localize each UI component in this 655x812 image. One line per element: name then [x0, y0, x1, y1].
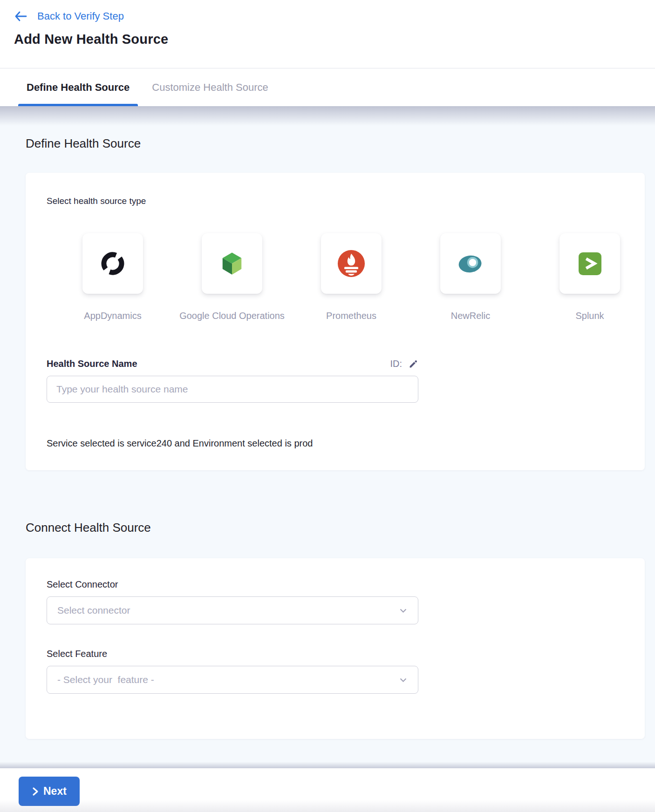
define-panel: Select health source type [26, 173, 645, 470]
source-card-prometheus[interactable] [321, 233, 382, 294]
splunk-icon [579, 252, 601, 275]
wizard-content: Define Health Source Select health sourc… [0, 106, 655, 768]
appdynamics-icon [99, 250, 126, 277]
prometheus-icon [337, 249, 366, 278]
select-type-label: Select health source type [47, 196, 624, 206]
feature-dropdown[interactable]: - Select your feature - [47, 666, 418, 694]
back-link-label[interactable]: Back to Verify Step [37, 10, 124, 22]
health-source-name-row: Health Source Name ID: [47, 359, 418, 369]
page-title: Add New Health Source [14, 32, 655, 47]
tab-bar: Define Health Source Customize Health So… [0, 68, 655, 106]
page-header: Back to Verify Step Add New Health Sourc… [0, 0, 655, 68]
health-source-name-input[interactable] [47, 376, 418, 403]
source-label-prometheus: Prometheus [326, 311, 376, 321]
select-feature-label: Select Feature [47, 649, 624, 659]
service-environment-note: Service selected is service240 and Envir… [47, 438, 624, 449]
source-label-newrelic: NewRelic [451, 311, 490, 321]
source-card-appdynamics[interactable] [82, 233, 143, 294]
id-label: ID: [390, 359, 402, 369]
connect-section-heading: Connect Health Source [26, 521, 655, 535]
health-source-type-labels: AppDynamics Google Cloud Operations Prom… [82, 311, 624, 321]
chevron-down-icon [399, 676, 408, 684]
health-source-name-label: Health Source Name [47, 359, 137, 369]
google-cloud-operations-icon [219, 251, 245, 276]
add-health-source-page: Back to Verify Step Add New Health Sourc… [0, 0, 655, 812]
back-arrow-icon[interactable] [14, 11, 27, 22]
id-group: ID: [390, 359, 418, 369]
define-section-heading: Define Health Source [26, 106, 655, 151]
source-label-splunk: Splunk [575, 311, 604, 321]
source-label-google-cloud-operations: Google Cloud Operations [179, 311, 285, 321]
source-label-appdynamics: AppDynamics [84, 311, 141, 321]
next-button[interactable]: Next [19, 777, 80, 806]
feature-dropdown-placeholder: - Select your feature - [57, 674, 154, 685]
newrelic-icon [457, 252, 484, 275]
connector-dropdown-placeholder: Select connector [57, 605, 130, 616]
chevron-down-icon [399, 606, 408, 615]
source-card-splunk[interactable] [559, 233, 620, 294]
back-to-verify-link[interactable]: Back to Verify Step [14, 10, 124, 22]
source-card-google-cloud-operations[interactable] [202, 233, 262, 294]
chevron-right-icon [32, 787, 39, 796]
next-button-label: Next [43, 785, 67, 798]
tab-customize-health-source[interactable]: Customize Health Source [143, 68, 276, 106]
wizard-footer: Next [0, 768, 655, 812]
select-connector-label: Select Connector [47, 579, 624, 590]
connect-panel: Select Connector Select connector Select… [26, 558, 645, 739]
health-source-type-row [82, 233, 624, 294]
tab-define-health-source[interactable]: Define Health Source [18, 68, 138, 106]
connector-dropdown[interactable]: Select connector [47, 596, 418, 624]
edit-id-pencil-icon[interactable] [409, 359, 418, 369]
source-card-newrelic[interactable] [440, 233, 501, 294]
